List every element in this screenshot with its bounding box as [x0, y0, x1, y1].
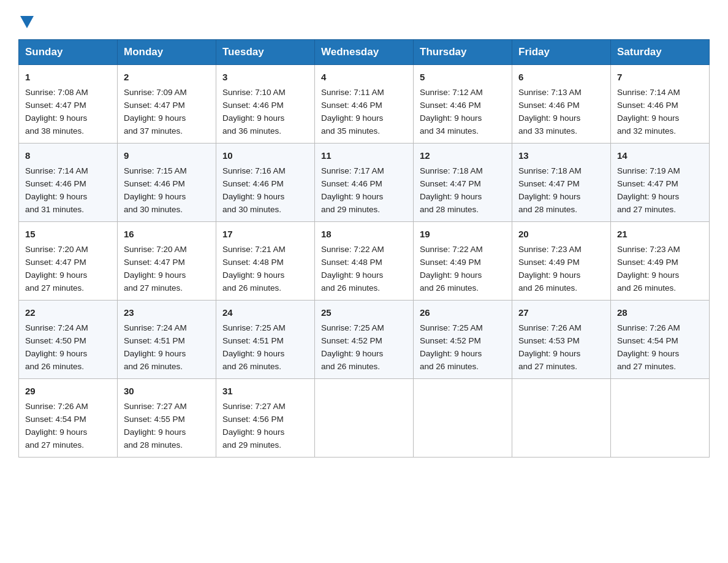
day-info: Sunrise: 7:27 AMSunset: 4:55 PMDaylight:… — [124, 402, 187, 450]
day-info: Sunrise: 7:22 AMSunset: 4:48 PMDaylight:… — [321, 245, 384, 293]
day-number: 27 — [518, 305, 604, 320]
calendar-day-cell: 19 Sunrise: 7:22 AMSunset: 4:49 PMDaylig… — [414, 221, 512, 300]
calendar-day-cell: 9 Sunrise: 7:15 AMSunset: 4:46 PMDayligh… — [118, 143, 216, 221]
calendar-day-cell: 18 Sunrise: 7:22 AMSunset: 4:48 PMDaylig… — [315, 221, 414, 300]
svg-marker-0 — [20, 16, 34, 28]
day-info: Sunrise: 7:25 AMSunset: 4:52 PMDaylight:… — [420, 323, 483, 371]
day-number: 11 — [321, 148, 407, 163]
weekday-header-friday: Friday — [512, 40, 611, 65]
calendar-week-row: 29 Sunrise: 7:26 AMSunset: 4:54 PMDaylig… — [19, 378, 710, 457]
day-number: 18 — [321, 227, 407, 241]
calendar-day-cell: 28 Sunrise: 7:26 AMSunset: 4:54 PMDaylig… — [611, 300, 710, 378]
day-info: Sunrise: 7:15 AMSunset: 4:46 PMDaylight:… — [124, 166, 187, 214]
day-number: 24 — [222, 305, 308, 320]
day-info: Sunrise: 7:18 AMSunset: 4:47 PMDaylight:… — [420, 166, 483, 214]
calendar-day-cell: 2 Sunrise: 7:09 AMSunset: 4:47 PMDayligh… — [118, 65, 216, 144]
day-info: Sunrise: 7:26 AMSunset: 4:53 PMDaylight:… — [518, 323, 582, 371]
calendar-day-cell: 20 Sunrise: 7:23 AMSunset: 4:49 PMDaylig… — [512, 221, 611, 300]
weekday-header-tuesday: Tuesday — [216, 40, 315, 65]
day-info: Sunrise: 7:17 AMSunset: 4:46 PMDaylight:… — [321, 166, 384, 214]
calendar-week-row: 1 Sunrise: 7:08 AMSunset: 4:47 PMDayligh… — [19, 65, 710, 144]
day-number: 17 — [222, 227, 308, 241]
day-number: 15 — [25, 227, 111, 241]
day-info: Sunrise: 7:21 AMSunset: 4:48 PMDaylight:… — [222, 245, 286, 293]
day-info: Sunrise: 7:25 AMSunset: 4:52 PMDaylight:… — [321, 323, 384, 371]
calendar-day-cell: 26 Sunrise: 7:25 AMSunset: 4:52 PMDaylig… — [414, 300, 512, 378]
weekday-header-sunday: Sunday — [19, 40, 118, 65]
day-info: Sunrise: 7:08 AMSunset: 4:47 PMDaylight:… — [25, 88, 88, 136]
day-number: 22 — [25, 305, 111, 320]
day-number: 2 — [124, 70, 210, 84]
weekday-header-wednesday: Wednesday — [315, 40, 414, 65]
weekday-header-saturday: Saturday — [611, 40, 710, 65]
day-number: 4 — [321, 70, 407, 84]
day-number: 12 — [420, 148, 506, 163]
day-info: Sunrise: 7:20 AMSunset: 4:47 PMDaylight:… — [124, 245, 187, 293]
calendar-header-row: SundayMondayTuesdayWednesdayThursdayFrid… — [19, 40, 710, 65]
day-info: Sunrise: 7:26 AMSunset: 4:54 PMDaylight:… — [617, 323, 680, 371]
day-info: Sunrise: 7:25 AMSunset: 4:51 PMDaylight:… — [222, 323, 286, 371]
day-number: 28 — [617, 305, 703, 320]
day-number: 20 — [518, 227, 604, 241]
day-info: Sunrise: 7:10 AMSunset: 4:46 PMDaylight:… — [222, 88, 286, 136]
day-number: 5 — [420, 70, 506, 84]
day-info: Sunrise: 7:20 AMSunset: 4:47 PMDaylight:… — [25, 245, 88, 293]
calendar-day-cell: 22 Sunrise: 7:24 AMSunset: 4:50 PMDaylig… — [19, 300, 118, 378]
day-number: 21 — [617, 227, 703, 241]
day-info: Sunrise: 7:09 AMSunset: 4:47 PMDaylight:… — [124, 88, 187, 136]
calendar-day-cell: 14 Sunrise: 7:19 AMSunset: 4:47 PMDaylig… — [611, 143, 710, 221]
day-number: 23 — [124, 305, 210, 320]
day-info: Sunrise: 7:16 AMSunset: 4:46 PMDaylight:… — [222, 166, 286, 214]
day-number: 6 — [518, 70, 604, 84]
day-number: 29 — [25, 384, 111, 398]
calendar-day-cell: 1 Sunrise: 7:08 AMSunset: 4:47 PMDayligh… — [19, 65, 118, 144]
day-number: 8 — [25, 148, 111, 163]
calendar-day-cell: 16 Sunrise: 7:20 AMSunset: 4:47 PMDaylig… — [118, 221, 216, 300]
calendar-day-cell: 4 Sunrise: 7:11 AMSunset: 4:46 PMDayligh… — [315, 65, 414, 144]
calendar-day-cell: 24 Sunrise: 7:25 AMSunset: 4:51 PMDaylig… — [216, 300, 315, 378]
day-number: 1 — [25, 70, 111, 84]
calendar-day-cell: 30 Sunrise: 7:27 AMSunset: 4:55 PMDaylig… — [118, 378, 216, 457]
calendar-day-cell: 6 Sunrise: 7:13 AMSunset: 4:46 PMDayligh… — [512, 65, 611, 144]
calendar-week-row: 15 Sunrise: 7:20 AMSunset: 4:47 PMDaylig… — [19, 221, 710, 300]
calendar-day-cell — [611, 378, 710, 457]
calendar-table: SundayMondayTuesdayWednesdayThursdayFrid… — [18, 39, 710, 458]
calendar-day-cell: 25 Sunrise: 7:25 AMSunset: 4:52 PMDaylig… — [315, 300, 414, 378]
day-number: 30 — [124, 384, 210, 398]
day-info: Sunrise: 7:14 AMSunset: 4:46 PMDaylight:… — [617, 88, 680, 136]
calendar-week-row: 22 Sunrise: 7:24 AMSunset: 4:50 PMDaylig… — [19, 300, 710, 378]
day-number: 19 — [420, 227, 506, 241]
calendar-day-cell: 29 Sunrise: 7:26 AMSunset: 4:54 PMDaylig… — [19, 378, 118, 457]
day-number: 10 — [222, 148, 308, 163]
day-number: 9 — [124, 148, 210, 163]
day-number: 3 — [222, 70, 308, 84]
day-number: 31 — [222, 384, 308, 398]
calendar-day-cell — [512, 378, 611, 457]
calendar-day-cell: 5 Sunrise: 7:12 AMSunset: 4:46 PMDayligh… — [414, 65, 512, 144]
weekday-header-thursday: Thursday — [414, 40, 512, 65]
calendar-day-cell: 23 Sunrise: 7:24 AMSunset: 4:51 PMDaylig… — [118, 300, 216, 378]
calendar-day-cell: 12 Sunrise: 7:18 AMSunset: 4:47 PMDaylig… — [414, 143, 512, 221]
logo-arrow-icon — [20, 16, 34, 28]
day-info: Sunrise: 7:24 AMSunset: 4:51 PMDaylight:… — [124, 323, 187, 371]
calendar-day-cell: 21 Sunrise: 7:23 AMSunset: 4:49 PMDaylig… — [611, 221, 710, 300]
day-number: 16 — [124, 227, 210, 241]
day-info: Sunrise: 7:11 AMSunset: 4:46 PMDaylight:… — [321, 88, 384, 136]
calendar-week-row: 8 Sunrise: 7:14 AMSunset: 4:46 PMDayligh… — [19, 143, 710, 221]
day-info: Sunrise: 7:18 AMSunset: 4:47 PMDaylight:… — [518, 166, 582, 214]
day-info: Sunrise: 7:22 AMSunset: 4:49 PMDaylight:… — [420, 245, 483, 293]
day-info: Sunrise: 7:12 AMSunset: 4:46 PMDaylight:… — [420, 88, 483, 136]
day-info: Sunrise: 7:26 AMSunset: 4:54 PMDaylight:… — [25, 402, 88, 450]
calendar-day-cell: 8 Sunrise: 7:14 AMSunset: 4:46 PMDayligh… — [19, 143, 118, 221]
day-number: 13 — [518, 148, 604, 163]
day-number: 7 — [617, 70, 703, 84]
page-header — [18, 12, 710, 28]
day-number: 14 — [617, 148, 703, 163]
day-info: Sunrise: 7:14 AMSunset: 4:46 PMDaylight:… — [25, 166, 88, 214]
logo — [18, 12, 34, 28]
calendar-day-cell: 31 Sunrise: 7:27 AMSunset: 4:56 PMDaylig… — [216, 378, 315, 457]
calendar-day-cell: 17 Sunrise: 7:21 AMSunset: 4:48 PMDaylig… — [216, 221, 315, 300]
day-info: Sunrise: 7:27 AMSunset: 4:56 PMDaylight:… — [222, 402, 286, 450]
calendar-day-cell: 3 Sunrise: 7:10 AMSunset: 4:46 PMDayligh… — [216, 65, 315, 144]
calendar-day-cell — [414, 378, 512, 457]
